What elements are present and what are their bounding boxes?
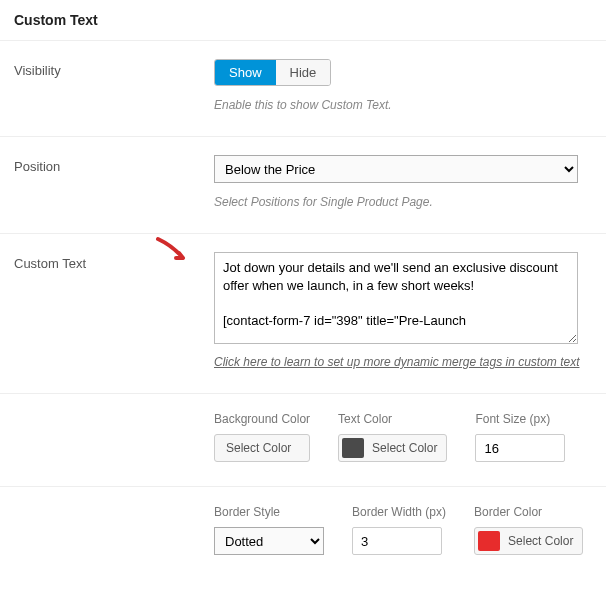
bg-color-btn-label: Select Color [220,439,297,457]
row-custom-text: Custom Text Jot down your details and we… [0,234,606,394]
text-color-picker[interactable]: Select Color [338,434,447,462]
label-visibility: Visibility [14,59,214,112]
section-title: Custom Text [14,12,592,28]
visibility-toggle: Show Hide [214,59,331,86]
field-font-size: Font Size (px) [475,412,565,462]
field-group-1: Background Color Select Color Text Color… [214,412,592,462]
border-width-input[interactable] [352,527,442,555]
text-color-swatch [342,438,364,458]
bg-color-picker[interactable]: Select Color [214,434,310,462]
section-header: Custom Text [0,0,606,41]
label-style-1 [14,412,214,462]
content-style-2: Border Style Dotted Border Width (px) Bo… [214,505,592,555]
label-font-size: Font Size (px) [475,412,565,426]
visibility-show-button[interactable]: Show [215,60,276,85]
label-style-2 [14,505,214,555]
border-color-swatch [478,531,500,551]
row-style-2: Border Style Dotted Border Width (px) Bo… [0,487,606,579]
position-select[interactable]: Below the Price [214,155,578,183]
label-bg-color: Background Color [214,412,310,426]
row-style-1: Background Color Select Color Text Color… [0,394,606,487]
label-position: Position [14,155,214,209]
label-border-color: Border Color [474,505,583,519]
content-style-1: Background Color Select Color Text Color… [214,412,592,462]
border-color-btn-label: Select Color [502,532,579,550]
content-visibility: Show Hide Enable this to show Custom Tex… [214,59,592,112]
label-custom-text: Custom Text [14,252,214,369]
field-border-width: Border Width (px) [352,505,446,555]
label-border-style: Border Style [214,505,324,519]
border-color-picker[interactable]: Select Color [474,527,583,555]
visibility-hint: Enable this to show Custom Text. [214,98,592,112]
visibility-hide-button[interactable]: Hide [276,60,331,85]
border-style-select[interactable]: Dotted [214,527,324,555]
font-size-input[interactable] [475,434,565,462]
position-hint: Select Positions for Single Product Page… [214,195,592,209]
content-position: Below the Price Select Positions for Sin… [214,155,592,209]
label-border-width: Border Width (px) [352,505,446,519]
content-custom-text: Jot down your details and we'll send an … [214,252,592,369]
field-border-style: Border Style Dotted [214,505,324,555]
custom-text-textarea[interactable]: Jot down your details and we'll send an … [214,252,578,344]
field-bg-color: Background Color Select Color [214,412,310,462]
field-group-2: Border Style Dotted Border Width (px) Bo… [214,505,592,555]
merge-tags-link[interactable]: Click here to learn to set up more dynam… [214,355,592,369]
field-border-color: Border Color Select Color [474,505,583,555]
row-position: Position Below the Price Select Position… [0,137,606,234]
label-text-color: Text Color [338,412,447,426]
field-text-color: Text Color Select Color [338,412,447,462]
text-color-btn-label: Select Color [366,439,443,457]
row-visibility: Visibility Show Hide Enable this to show… [0,41,606,137]
